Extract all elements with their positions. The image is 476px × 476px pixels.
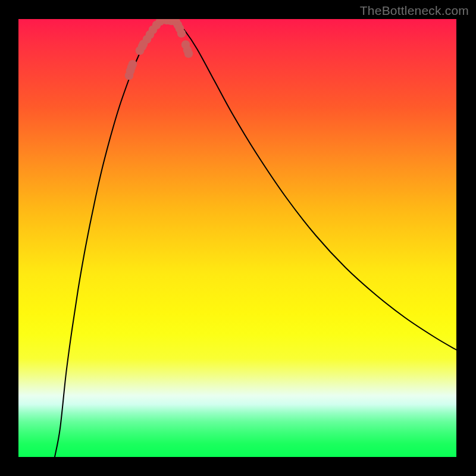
curve-right-curve <box>163 19 456 350</box>
chart-stage: TheBottleneck.com <box>0 0 476 476</box>
data-point <box>184 49 193 58</box>
plot-area <box>18 19 456 457</box>
watermark-text: TheBottleneck.com <box>360 4 469 18</box>
curve-left-curve <box>55 19 163 457</box>
data-point <box>129 60 137 69</box>
dots-group <box>125 19 193 80</box>
chart-svg <box>18 19 456 457</box>
curves-group <box>55 19 456 457</box>
data-point <box>177 29 186 38</box>
